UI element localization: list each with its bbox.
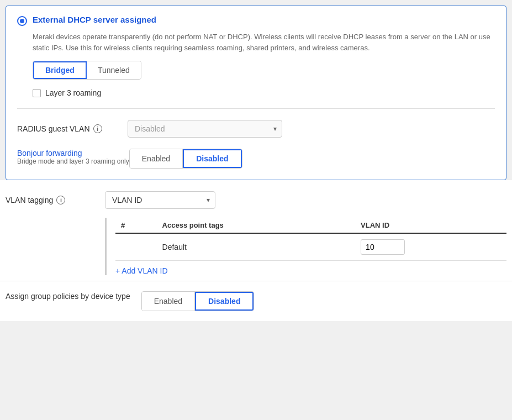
bridged-button[interactable]: Bridged (33, 61, 87, 79)
radius-select-wrapper: Disabled ▾ (128, 120, 282, 138)
assign-button-group: Enabled Disabled (141, 291, 255, 311)
bonjour-title: Bonjour forwarding (17, 149, 129, 158)
bonjour-disabled-button[interactable]: Disabled (183, 149, 241, 168)
vlan-table-body: Default (115, 233, 506, 261)
bonjour-enabled-button[interactable]: Enabled (130, 149, 183, 168)
vlan-info-icon[interactable]: i (56, 196, 65, 204)
col-vlan-id: VLAN ID (355, 218, 506, 233)
assign-enabled-button[interactable]: Enabled (142, 292, 195, 311)
vlan-row: VLAN tagging i VLAN ID None ▾ # (6, 191, 506, 275)
radio-button-selected[interactable] (17, 16, 27, 26)
divider (17, 108, 495, 109)
radius-guest-vlan-row: RADIUS guest VLAN i Disabled ▾ (17, 120, 495, 138)
bonjour-button-group: Enabled Disabled (129, 149, 242, 169)
add-vlan-link[interactable]: + Add VLAN ID (115, 266, 168, 275)
assign-disabled-button[interactable]: Disabled (195, 292, 254, 311)
radio-row: External DHCP server assigned (17, 15, 495, 26)
table-header-row: # Access point tags VLAN ID (115, 218, 506, 233)
vlan-table-header: # Access point tags VLAN ID (115, 218, 506, 233)
vlan-select-wrapper: VLAN ID None ▾ (105, 191, 215, 209)
vlan-select[interactable]: VLAN ID None (105, 191, 215, 209)
layer3-label: Layer 3 roaming (45, 88, 101, 97)
bonjour-label-group: Bonjour forwarding Bridge mode and layer… (17, 149, 129, 165)
tunneled-button[interactable]: Tunneled (87, 61, 141, 79)
vlan-id-input[interactable] (361, 239, 405, 255)
vlan-right: VLAN ID None ▾ # Access point tags VLAN … (105, 191, 506, 275)
assign-section: Assign group policies by device type Ena… (0, 281, 512, 321)
page-wrapper: External DHCP server assigned Meraki dev… (0, 0, 512, 420)
bonjour-row: Bonjour forwarding Bridge mode and layer… (17, 149, 495, 169)
radius-label: RADIUS guest VLAN i (17, 124, 128, 133)
radius-select[interactable]: Disabled (128, 120, 282, 138)
radius-info-icon[interactable]: i (93, 124, 102, 133)
col-num: # (115, 218, 157, 233)
layer3-checkbox[interactable] (33, 89, 41, 97)
col-access-point-tags: Access point tags (157, 218, 356, 233)
layer3-roaming-row: Layer 3 roaming (33, 88, 495, 97)
bonjour-subtitle: Bridge mode and layer 3 roaming only (17, 158, 129, 165)
description-text: Meraki devices operate transparently (do… (33, 32, 495, 53)
vlan-tagging-section: VLAN tagging i VLAN ID None ▾ # (0, 180, 512, 281)
external-dhcp-card: External DHCP server assigned Meraki dev… (6, 6, 506, 180)
vlan-label: VLAN tagging i (6, 191, 94, 204)
mode-button-group: Bridged Tunneled (33, 61, 141, 80)
row-tag: Default (157, 233, 356, 261)
row-vlan-id-cell (355, 233, 506, 261)
vlan-table: # Access point tags VLAN ID Default (115, 218, 506, 261)
row-num (115, 233, 157, 261)
radio-label: External DHCP server assigned (33, 15, 156, 24)
table-row: Default (115, 233, 506, 261)
vlan-table-wrapper: # Access point tags VLAN ID Default (105, 218, 506, 275)
assign-label: Assign group policies by device type (6, 291, 130, 302)
